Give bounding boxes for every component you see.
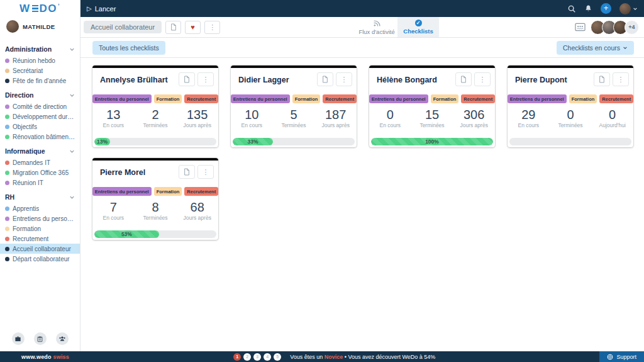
launch-button[interactable]: ▷ Lancer	[87, 5, 116, 13]
all-checklists-button[interactable]: Toutes les checklists	[92, 41, 165, 55]
member-avatars[interactable]: +4	[591, 20, 639, 35]
progress-percent: 53%	[121, 231, 132, 237]
stat-value: 306	[453, 108, 495, 122]
card-notes-button[interactable]	[179, 165, 195, 179]
sidebar-item-formation[interactable]: Formation	[0, 223, 80, 234]
step-dot[interactable]: 3	[253, 353, 261, 361]
sidebar-item-fete-fin-annee[interactable]: Fête de fin d'année	[0, 76, 80, 86]
label-chip: Recrutement	[184, 94, 218, 103]
sidebar-item-reunion-hebdo[interactable]: Réunion hebdo	[0, 55, 80, 65]
sidebar-item-apprentis[interactable]: Apprentis	[0, 203, 80, 213]
account-avatar	[619, 3, 631, 14]
checklist-card-didier[interactable]: Didier Lagger ⋮ Entretiens du personnel …	[231, 65, 357, 147]
create-button[interactable]: +	[601, 3, 611, 14]
checklist-card-pierre-dupont[interactable]: Pierre Dupont ⋮ Entretiens du personnel …	[508, 65, 633, 147]
current-user[interactable]: MATHILDE	[0, 17, 80, 37]
stat-value: 10	[231, 108, 273, 122]
briefcase-button[interactable]	[12, 332, 25, 345]
step-dot[interactable]: 2	[243, 353, 251, 361]
notifications-button[interactable]	[584, 4, 592, 13]
onboarding-status: Vous êtes un Novice • Vous avez découver…	[290, 354, 435, 360]
workspace-title-chip[interactable]: Accueil collaborateur	[84, 21, 162, 33]
file-icon	[322, 76, 328, 83]
step-dot[interactable]: 1	[233, 353, 241, 361]
stat-label: Terminées	[135, 215, 177, 221]
stat-value: 2	[135, 108, 177, 122]
sidebar-item-entretiens-personnel[interactable]: Entretiens du personnel	[0, 213, 80, 223]
stat-value: 8	[135, 200, 177, 214]
stat-value: 0	[369, 108, 411, 122]
sidebar-item-reunion-it[interactable]: Réunion IT	[0, 178, 80, 188]
main-content: ▷ Lancer +	[80, 0, 644, 351]
card-title[interactable]: Didier Lagger	[238, 72, 289, 84]
workspace-color-dot	[5, 69, 9, 73]
step-dot[interactable]: 5	[274, 353, 281, 361]
plus-icon: +	[604, 4, 609, 12]
sidebar-section-informatique[interactable]: Informatique	[0, 147, 80, 155]
card-title[interactable]: Pierre Dupont	[515, 72, 567, 84]
card-notes-button[interactable]	[455, 72, 472, 86]
stat-value: 68	[176, 200, 218, 214]
search-button[interactable]	[567, 4, 576, 13]
play-icon: ▷	[87, 5, 92, 12]
more-members-badge[interactable]: +4	[625, 20, 639, 35]
checklists-filter-dropdown[interactable]: Checklists en cours	[557, 41, 634, 55]
stat-value: 29	[508, 108, 550, 122]
card-notes-button[interactable]	[317, 72, 333, 86]
file-icon	[599, 76, 605, 83]
sidebar-item-renovation-batiment[interactable]: Rénovation bâtiment A	[0, 132, 80, 142]
support-button[interactable]: Support	[599, 351, 644, 362]
sidebar-section-rh[interactable]: RH	[0, 193, 80, 201]
sidebar-item-objectifs[interactable]: Objectifs	[0, 122, 80, 132]
logo-trademark: ’	[58, 3, 60, 9]
progress-bar: 33%	[233, 138, 355, 145]
card-notes-button[interactable]	[594, 72, 610, 86]
label-chip: Entretiens du personnel	[92, 187, 152, 196]
card-menu-button[interactable]: ⋮	[474, 72, 491, 86]
card-menu-button[interactable]: ⋮	[197, 72, 214, 86]
card-title[interactable]: Annelyse Brülhart	[100, 72, 168, 84]
user-avatar	[6, 20, 19, 33]
sidebar-item-developpement-durable[interactable]: Développement durable	[0, 111, 80, 122]
sidebar-item-depart-collaborateur[interactable]: Départ collaborateur	[0, 254, 80, 264]
favorite-button[interactable]: ♥	[185, 21, 201, 34]
sidebar-item-accueil-collaborateur[interactable]: Accueil collaborateur	[0, 244, 80, 254]
progress-percent: 33%	[248, 139, 258, 145]
card-menu-button[interactable]: ⋮	[336, 72, 352, 86]
sidebar-item-comite-direction[interactable]: Comité de direction	[0, 101, 80, 111]
workspace-header: Accueil collaborateur ♥ ⋮ Flux d'activit…	[80, 17, 644, 38]
checklist-card-pierre-morel[interactable]: Pierre Morel ⋮ Entretiens du personnel F…	[92, 158, 218, 240]
workspace-menu-button[interactable]: ⋮	[204, 21, 220, 34]
meeting-members-icon[interactable]	[575, 23, 586, 31]
stat-label: Jours après	[176, 215, 218, 221]
label-chip: Recrutement	[184, 187, 218, 196]
clipboard-button[interactable]	[34, 332, 47, 345]
sidebar-item-secretariat[interactable]: Secrétariat	[0, 65, 80, 76]
checklist-card-annelyse[interactable]: Annelyse Brülhart ⋮ Entretiens du person…	[92, 65, 218, 147]
users-button[interactable]	[56, 332, 69, 345]
sidebar-item-migration-office[interactable]: Migration Office 365	[0, 167, 80, 178]
checklist-card-helene[interactable]: Hélène Bongard ⋮ Entretiens du personnel…	[369, 65, 495, 147]
chevron-down-icon	[623, 45, 628, 50]
stat-label: Jours après	[314, 122, 357, 128]
card-title[interactable]: Pierre Morel	[100, 165, 145, 177]
tab-checklists[interactable]: ✓ Checklists	[397, 17, 439, 37]
site-link[interactable]: www.wedo swiss	[21, 354, 69, 360]
bell-icon	[584, 4, 592, 13]
account-menu[interactable]	[619, 3, 638, 14]
card-menu-button[interactable]: ⋮	[197, 165, 214, 179]
label-chip: Formation	[431, 94, 459, 103]
workspace-notes-button[interactable]	[165, 21, 181, 34]
tab-flux-activite[interactable]: Flux d'activité	[356, 17, 397, 37]
users-icon	[58, 335, 66, 342]
sidebar-item-recrutement[interactable]: Recrutement	[0, 234, 80, 244]
sidebar-section-direction[interactable]: Direction	[0, 91, 80, 99]
step-dot[interactable]: 4	[264, 353, 271, 361]
card-menu-button[interactable]: ⋮	[613, 72, 629, 86]
sidebar-item-demandes-it[interactable]: Demandes IT	[0, 157, 80, 167]
card-title[interactable]: Hélène Bongard	[377, 72, 437, 84]
wedo-logo[interactable]: W DO ’	[19, 3, 60, 14]
sidebar-section-administration[interactable]: Administration	[0, 45, 80, 53]
workspace-color-dot	[5, 79, 9, 83]
card-notes-button[interactable]	[179, 72, 195, 86]
